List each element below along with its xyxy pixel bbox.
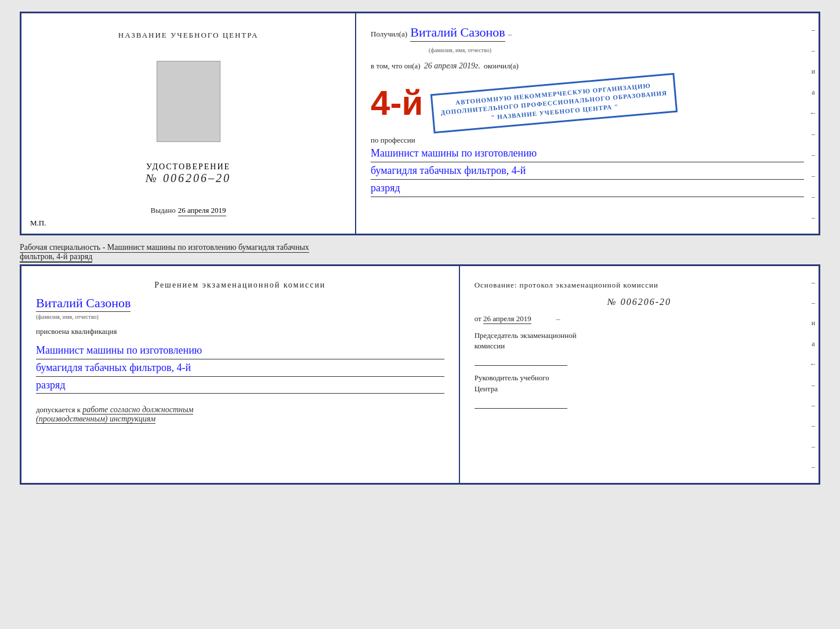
middle-label-text: Рабочая специальность - Машинист машины …	[20, 243, 309, 253]
bottom-person-name: Виталий Сазонов	[36, 296, 131, 312]
date-line: в том, что он(а) 26 апреля 2019г. окончи…	[371, 61, 804, 71]
cert-date: 26 апреля 2019г.	[424, 61, 480, 71]
bottom-certificate: Решением экзаменационной комиссии Витали…	[20, 264, 820, 485]
received-label: Получил(а)	[371, 30, 407, 39]
profession-hand1: Машинист машины по изготовлению	[371, 145, 804, 162]
decision-title: Решением экзаменационной комиссии	[36, 281, 444, 290]
head-label: Руководитель учебного	[475, 373, 804, 383]
profession-block: по профессии Машинист машины по изготовл…	[371, 136, 804, 197]
profession-hand2: бумагидля табачных фильтров, 4-й	[371, 162, 804, 180]
top-certificate: НАЗВАНИЕ УЧЕБНОГО ЦЕНТРА УДОСТОВЕРЕНИЕ №…	[20, 12, 820, 235]
cert-bottom-left: Решением экзаменационной комиссии Витали…	[21, 266, 460, 483]
allowed-hand: работе согласно должностным	[82, 405, 193, 415]
chairman-signature-line	[475, 354, 567, 366]
chairman-label: Председатель экзаменационной	[475, 330, 804, 341]
head-signature-line	[475, 397, 567, 409]
qual-hand1: Машинист машины по изготовлению	[36, 342, 444, 359]
recipient-sub: (фамилия, имя, отчество)	[429, 47, 491, 53]
date-from-label: от	[475, 314, 481, 323]
udost-number: № 006206–20	[146, 172, 231, 185]
qualification-block: Машинист машины по изготовлению бумагидл…	[36, 342, 444, 394]
cert-right-panel: Получил(а) Виталий Сазонов – (фамилия, и…	[356, 13, 819, 234]
in-that-label: в том, что он(а)	[371, 61, 421, 71]
qual-hand3: разряд	[36, 377, 444, 394]
middle-label-text2: фильтров, 4-й разряд	[20, 252, 92, 263]
qual-hand2: бумагидля табачных фильтров, 4-й	[36, 359, 444, 377]
okончил-label: окончил(а)	[484, 61, 519, 71]
bottom-person-line: Виталий Сазонов (фамилия, имя, отчество)	[36, 296, 444, 321]
right-dashes: – – и а ← – – – – –	[808, 13, 819, 234]
document-container: НАЗВАНИЕ УЧЕБНОГО ЦЕНТРА УДОСТОВЕРЕНИЕ №…	[20, 12, 820, 485]
bottom-person-sub: (фамилия, имя, отчество)	[36, 314, 99, 320]
profession-label: по профессии	[371, 136, 804, 145]
profession-hand3: разряд	[371, 180, 804, 197]
basis-label: Основание: протокол экзаменационной коми…	[475, 281, 804, 290]
chairman-label2: комиссии	[475, 341, 804, 351]
assigned-label: присвоена квалификация	[36, 327, 444, 336]
issued-label: Выдано	[151, 206, 176, 215]
cert-photo-placeholder	[157, 61, 220, 142]
stamp-area: 4-й АВТОНОМНУЮ НЕКОММЕРЧЕСКУЮ ОРГАНИЗАЦИ…	[371, 81, 804, 126]
mp-label: М.П.	[30, 219, 46, 228]
recipient-name: Виталий Сазонов	[410, 25, 505, 42]
head-block: Руководитель учебного Центра	[475, 373, 804, 408]
recipient-line: Получил(а) Виталий Сазонов –	[371, 25, 804, 42]
protocol-number: № 006206-20	[475, 297, 804, 307]
big-number: 4-й	[371, 86, 423, 121]
middle-label: Рабочая специальность - Машинист машины …	[20, 240, 820, 264]
cert-bottom-right: Основание: протокол экзаменационной коми…	[460, 266, 819, 483]
cert-center-title: НАЗВАНИЕ УЧЕБНОГО ЦЕНТРА	[118, 31, 258, 40]
protocol-date-line: от 26 апреля 2019 –	[475, 314, 804, 323]
cert-udost-block: УДОСТОВЕРЕНИЕ № 006206–20	[146, 162, 231, 185]
bottom-right-dashes: – – и а ← – – – – –	[808, 266, 819, 483]
allowed-hand2: (производственным) инструкциям	[36, 415, 155, 424]
cert-left-panel: НАЗВАНИЕ УЧЕБНОГО ЦЕНТРА УДОСТОВЕРЕНИЕ №…	[21, 13, 356, 234]
issued-date: 26 апреля 2019	[178, 206, 226, 216]
issued-line: Выдано 26 апреля 2019	[151, 206, 226, 216]
allowed-block: допускается к работе согласно должностны…	[36, 405, 444, 424]
head-label2: Центра	[475, 384, 804, 394]
org-stamp: АВТОНОМНУЮ НЕКОММЕРЧЕСКУЮ ОРГАНИЗАЦИЮ ДО…	[430, 73, 678, 134]
udost-label: УДОСТОВЕРЕНИЕ	[146, 162, 231, 172]
allowed-label: допускается к	[36, 405, 81, 414]
chairman-block: Председатель экзаменационной комиссии	[475, 330, 804, 366]
protocol-date-value: 26 апреля 2019	[483, 314, 531, 324]
